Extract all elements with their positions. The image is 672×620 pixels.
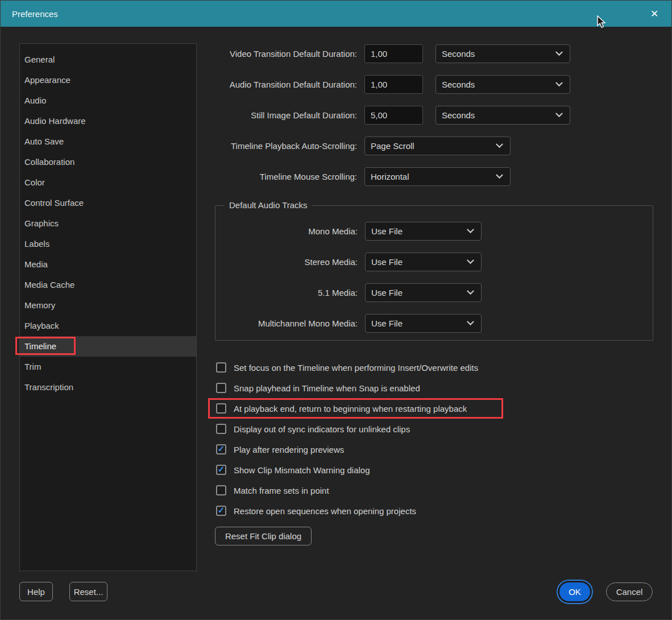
sidebar-item-playback[interactable]: Playback xyxy=(20,316,196,336)
video-transition-unit-select[interactable]: Seconds xyxy=(435,44,570,63)
sidebar-item-label: Media Cache xyxy=(24,280,74,290)
preferences-sidebar: General Appearance Audio Audio Hardware … xyxy=(19,43,197,571)
sidebar-item-media[interactable]: Media xyxy=(20,254,196,275)
sidebar-item-transcription[interactable]: Transcription xyxy=(20,377,196,398)
checkbox-label[interactable]: Play after rendering previews xyxy=(234,445,344,454)
playback-auto-scrolling-row: Timeline Playback Auto-Scrolling: Page S… xyxy=(215,137,653,155)
close-icon: ✕ xyxy=(650,8,658,20)
sidebar-item-label: Playback xyxy=(24,321,59,330)
audio-transition-duration-row: Audio Transition Default Duration: Secon… xyxy=(215,75,653,94)
still-image-duration-input[interactable] xyxy=(364,106,423,125)
checkbox-row-return-to-beginning: At playback end, return to beginning whe… xyxy=(215,398,653,419)
default-audio-tracks-group: Default Audio Tracks Mono Media: Use Fil… xyxy=(215,205,653,341)
chevron-down-icon xyxy=(467,226,474,233)
selected-option-label: Use File xyxy=(371,257,403,267)
sidebar-item-label: General xyxy=(24,55,55,64)
mouse-scrolling-select[interactable]: Horizontal xyxy=(364,167,511,186)
default-audio-tracks-title: Default Audio Tracks xyxy=(225,200,312,210)
sidebar-item-labels[interactable]: Labels xyxy=(20,234,196,254)
sidebar-item-media-cache[interactable]: Media Cache xyxy=(20,275,196,295)
selected-option-label: Use File xyxy=(371,226,403,236)
surround-media-select[interactable]: Use File xyxy=(365,283,482,302)
return-to-beginning-checkbox[interactable] xyxy=(216,403,226,414)
sidebar-item-label: Media xyxy=(24,259,48,269)
playback-auto-scrolling-label: Timeline Playback Auto-Scrolling: xyxy=(215,141,357,151)
checkbox-row-match-frame: Match frame sets in point xyxy=(215,480,653,501)
sidebar-item-graphics[interactable]: Graphics xyxy=(20,213,196,234)
sidebar-item-memory[interactable]: Memory xyxy=(20,295,196,316)
video-transition-duration-row: Video Transition Default Duration: Secon… xyxy=(215,44,653,63)
reset-fit-clip-button[interactable]: Reset Fit Clip dialog xyxy=(215,527,312,545)
chevron-down-icon xyxy=(467,257,474,264)
checkbox-label[interactable]: Show Clip Mismatch Warning dialog xyxy=(234,465,370,475)
restore-sequences-checkbox[interactable] xyxy=(216,506,226,516)
help-button[interactable]: Help xyxy=(19,582,53,601)
audio-transition-duration-label: Audio Transition Default Duration: xyxy=(215,80,357,89)
checkbox-label[interactable]: At playback end, return to beginning whe… xyxy=(234,404,467,414)
video-transition-duration-input[interactable] xyxy=(364,44,423,63)
sidebar-item-audio-hardware[interactable]: Audio Hardware xyxy=(20,111,196,131)
selected-option-label: Seconds xyxy=(442,49,475,59)
set-focus-checkbox[interactable] xyxy=(216,362,226,373)
sidebar-item-label: Transcription xyxy=(24,382,73,392)
out-of-sync-checkbox[interactable] xyxy=(216,424,226,434)
checkbox-label[interactable]: Set focus on the Timeline when performin… xyxy=(234,363,478,373)
sidebar-item-label: Control Surface xyxy=(24,198,84,208)
sidebar-item-color[interactable]: Color xyxy=(20,172,196,193)
chevron-down-icon xyxy=(555,48,563,56)
playback-auto-scrolling-select[interactable]: Page Scroll xyxy=(364,137,511,155)
chevron-down-icon xyxy=(555,79,563,86)
close-button[interactable]: ✕ xyxy=(642,1,667,27)
still-image-unit-select[interactable]: Seconds xyxy=(435,106,570,125)
sidebar-item-label: Timeline xyxy=(24,341,56,351)
selected-option-label: Use File xyxy=(371,288,403,297)
audio-transition-unit-select[interactable]: Seconds xyxy=(435,75,570,94)
clip-mismatch-checkbox[interactable] xyxy=(216,465,226,475)
checkbox-label[interactable]: Display out of sync indicators for unlin… xyxy=(234,424,410,434)
checkbox-label[interactable]: Match frame sets in point xyxy=(234,486,329,495)
checkbox-row-snap-playhead: Snap playhead in Timeline when Snap is e… xyxy=(215,378,653,398)
cancel-button[interactable]: Cancel xyxy=(606,582,653,601)
sidebar-item-timeline[interactable]: Timeline xyxy=(20,336,196,357)
checkbox-row-restore-sequences: Restore open sequences when opening proj… xyxy=(215,501,653,521)
mono-media-label: Mono Media: xyxy=(215,226,358,236)
sidebar-item-label: Appearance xyxy=(24,75,70,85)
checkbox-label[interactable]: Restore open sequences when opening proj… xyxy=(234,506,416,516)
mouse-scrolling-row: Timeline Mouse Scrolling: Horizontal xyxy=(215,167,653,186)
sidebar-item-auto-save[interactable]: Auto Save xyxy=(20,131,196,152)
checkbox-row-set-focus: Set focus on the Timeline when performin… xyxy=(215,357,653,378)
audio-transition-duration-input[interactable] xyxy=(364,75,423,94)
video-transition-duration-label: Video Transition Default Duration: xyxy=(215,49,357,59)
chevron-down-icon xyxy=(467,318,474,325)
selected-option-label: Use File xyxy=(371,319,403,328)
sidebar-item-collaboration[interactable]: Collaboration xyxy=(20,152,196,172)
reset-button[interactable]: Reset... xyxy=(69,582,107,601)
surround-media-row: 5.1 Media: Use File xyxy=(215,283,653,302)
sidebar-item-label: Audio Hardware xyxy=(24,116,86,126)
stereo-media-select[interactable]: Use File xyxy=(365,253,482,271)
ok-button[interactable]: OK xyxy=(559,582,590,601)
multichannel-mono-media-select[interactable]: Use File xyxy=(365,314,482,333)
sidebar-item-trim[interactable]: Trim xyxy=(20,357,196,377)
snap-playhead-checkbox[interactable] xyxy=(216,383,226,393)
sidebar-item-label: Auto Save xyxy=(24,137,64,146)
checkbox-label[interactable]: Snap playhead in Timeline when Snap is e… xyxy=(234,383,420,393)
selected-option-label: Seconds xyxy=(442,110,475,120)
selected-option-label: Horizontal xyxy=(371,172,409,181)
stereo-media-row: Stereo Media: Use File xyxy=(215,253,653,271)
sidebar-item-appearance[interactable]: Appearance xyxy=(20,70,196,90)
sidebar-item-label: Collaboration xyxy=(24,157,74,167)
sidebar-item-control-surface[interactable]: Control Surface xyxy=(20,193,196,213)
timeline-options-list: Set focus on the Timeline when performin… xyxy=(215,357,653,521)
sidebar-item-audio[interactable]: Audio xyxy=(20,90,196,111)
sidebar-item-label: Audio xyxy=(24,96,46,105)
play-after-render-checkbox[interactable] xyxy=(216,444,226,454)
checkbox-row-clip-mismatch: Show Clip Mismatch Warning dialog xyxy=(215,460,653,480)
sidebar-item-general[interactable]: General xyxy=(20,49,196,70)
selected-option-label: Page Scroll xyxy=(371,141,414,151)
mono-media-select[interactable]: Use File xyxy=(365,222,482,241)
match-frame-checkbox[interactable] xyxy=(216,485,226,495)
sidebar-item-label: Memory xyxy=(24,300,55,310)
selected-option-label: Seconds xyxy=(442,80,475,89)
chevron-down-icon xyxy=(496,171,503,179)
